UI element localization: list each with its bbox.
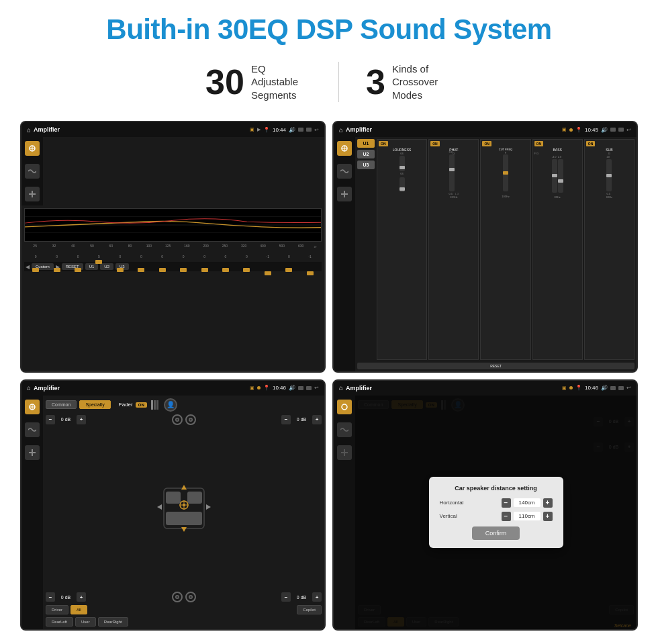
eq-slider-11[interactable]: 0 — [243, 253, 250, 259]
fader-copilot-btn[interactable]: Copilot — [297, 605, 322, 614]
phat-on[interactable]: ON — [430, 141, 440, 146]
crossover-icon2 — [618, 128, 624, 132]
eq-slider-6[interactable]: 0 — [138, 253, 144, 259]
fader-br-minus[interactable]: − — [281, 592, 291, 602]
distance-home-icon[interactable]: ⌂ — [339, 384, 343, 392]
fader-on-badge[interactable]: ON — [136, 402, 147, 408]
crossover-back-icon[interactable]: ↩ — [626, 127, 631, 133]
u2-btn[interactable]: U2 — [357, 150, 375, 158]
eq-slider-14[interactable]: -1 — [307, 253, 314, 259]
eq-location-icon: 📍 — [263, 127, 270, 133]
car-diagram — [46, 428, 322, 590]
fader-screen: ⌂ Amplifier ▣ 📍 10:46 🔊 ↩ — [20, 379, 326, 631]
loudness-slider-area: 64 64 — [379, 152, 425, 192]
eq-slider-7[interactable]: 0 — [159, 253, 166, 259]
fader-balance-icon[interactable] — [25, 445, 40, 460]
fader-user-btn[interactable]: User — [75, 617, 96, 627]
fader-filter-icon[interactable] — [25, 400, 40, 414]
distance-back-icon[interactable]: ↩ — [626, 385, 631, 391]
fader-driver-btn[interactable]: Driver — [46, 605, 68, 614]
distance-balance-icon — [337, 445, 352, 460]
distance-app-title: Amplifier — [346, 385, 559, 392]
stat-eq: 30 EQ AdjustableSegments — [179, 62, 338, 102]
svg-marker-33 — [206, 504, 211, 510]
eq-app-title: Amplifier — [34, 126, 247, 133]
eq-slider-5[interactable]: 0 — [117, 253, 124, 259]
fader-rearleft-btn[interactable]: RearLeft — [46, 617, 73, 627]
dialog-vertical-minus[interactable]: − — [502, 512, 511, 521]
eq-wave-icon[interactable] — [25, 164, 40, 179]
eq-expand-icon[interactable]: » — [314, 244, 316, 250]
dialog-horizontal-minus[interactable]: − — [502, 498, 511, 508]
eq-slider-2[interactable]: 0 — [54, 253, 60, 259]
eq-slider-1[interactable]: 0 — [32, 253, 39, 259]
eq-sliders-row: 0 0 0 — [24, 252, 322, 260]
u1-btn[interactable]: U1 — [357, 139, 375, 148]
eq-record-icon: ▣ — [250, 127, 254, 132]
fader-back-icon[interactable]: ↩ — [314, 385, 319, 391]
fader-bl-minus[interactable]: − — [46, 592, 55, 602]
dialog-horizontal-plus[interactable]: + — [543, 498, 553, 508]
fader-main: Common Specialty Fader ON 👤 — [43, 396, 324, 630]
fader-person-icon[interactable]: 👤 — [164, 398, 177, 412]
fader-tl-minus[interactable]: − — [46, 415, 55, 424]
eq-slider-4[interactable]: 5 — [95, 253, 102, 259]
fader-wave-icon[interactable] — [25, 422, 40, 437]
fader-status-bar: ⌂ Amplifier ▣ 📍 10:46 🔊 ↩ — [21, 381, 324, 396]
fader-rearright-btn[interactable]: RearRight — [98, 617, 128, 627]
eq-filter-icon[interactable] — [25, 141, 40, 156]
fader-all-btn[interactable]: All — [70, 605, 87, 614]
fader-specialty-tab[interactable]: Specialty — [79, 400, 110, 409]
fader-top-speakers: − 0 dB + — [46, 414, 322, 425]
svg-point-19 — [176, 418, 178, 420]
crossover-balance-icon[interactable] — [337, 187, 352, 201]
eq-home-icon[interactable]: ⌂ — [27, 126, 31, 134]
eq-slider-9[interactable]: 0 — [201, 253, 208, 259]
fader-br-plus[interactable]: + — [312, 592, 322, 602]
eq-slider-10[interactable]: 0 — [222, 253, 229, 259]
fader-tr-minus[interactable]: − — [281, 415, 291, 424]
freq-63: 63 — [105, 244, 117, 250]
svg-marker-31 — [181, 527, 187, 532]
eq-u2-btn[interactable]: U2 — [100, 263, 113, 270]
distance-icon2 — [618, 386, 624, 390]
eq-slider-13[interactable]: 0 — [285, 253, 292, 259]
fader-tr-plus[interactable]: + — [312, 415, 322, 424]
svg-rect-12 — [344, 191, 345, 197]
eq-time: 10:44 — [273, 127, 286, 133]
sub-on[interactable]: ON — [586, 141, 596, 146]
stat-eq-number: 30 — [205, 64, 244, 99]
distance-dot-icon — [569, 386, 573, 389]
dialog-horizontal-ctrl: − 140cm + — [502, 498, 553, 508]
crossover-wave-icon[interactable] — [337, 164, 352, 179]
crossover-filter-icon[interactable] — [337, 141, 352, 156]
eq-slider-3[interactable]: 0 — [75, 253, 81, 259]
eq-slider-12[interactable]: -1 — [265, 253, 271, 259]
fader-speaker-tl-icon — [172, 414, 183, 425]
fader-tl-plus[interactable]: + — [77, 415, 86, 424]
fader-bl-ctrl: − 0 dB + — [46, 592, 86, 602]
freq-320: 320 — [238, 244, 250, 250]
eq-prev-icon[interactable]: ◀ — [26, 264, 30, 270]
crossover-home-icon[interactable]: ⌂ — [339, 126, 343, 134]
fader-bl-plus[interactable]: + — [77, 592, 86, 602]
eq-u1-btn[interactable]: U1 — [85, 263, 99, 270]
eq-back-icon[interactable]: ↩ — [314, 127, 319, 133]
cutfreq-on[interactable]: ON — [482, 141, 491, 146]
bass-on[interactable]: ON — [534, 141, 544, 146]
eq-slider-8[interactable]: 0 — [180, 253, 187, 259]
crossover-app-title: Amplifier — [346, 126, 559, 133]
crossover-reset-btn[interactable]: RESET — [357, 363, 634, 369]
freq-630: 630 — [295, 244, 307, 250]
fader-common-tab[interactable]: Common — [46, 400, 77, 409]
dialog-vertical-plus[interactable]: + — [543, 512, 553, 521]
freq-100: 100 — [143, 244, 155, 250]
distance-dialog: Car speaker distance setting Horizontal … — [429, 477, 563, 548]
svg-rect-24 — [187, 492, 202, 504]
loudness-on[interactable]: ON — [379, 141, 388, 146]
fader-speaker-tr-icon — [185, 414, 196, 425]
dialog-confirm-button[interactable]: Confirm — [472, 526, 520, 540]
eq-balance-icon[interactable] — [25, 187, 40, 201]
u3-btn[interactable]: U3 — [357, 160, 375, 169]
fader-home-icon[interactable]: ⌂ — [27, 384, 31, 392]
